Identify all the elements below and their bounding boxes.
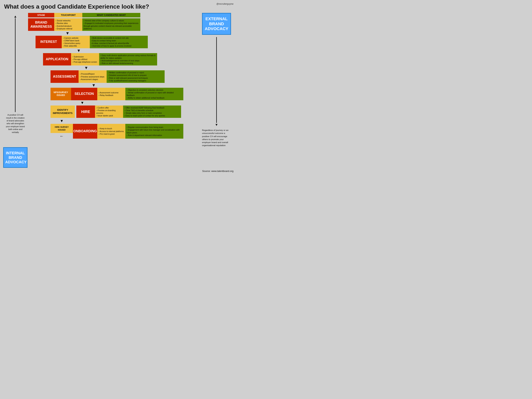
row-brand-awareness: BRANDAWARENESS Social networks Review si… bbox=[28, 18, 201, 31]
identify-improvements: IDENTIFY IMPROVEMENTS bbox=[51, 106, 75, 118]
stage-brand-awareness: BRANDAWARENESS bbox=[28, 18, 54, 31]
list-item: Acknowledgement & overview of next steps bbox=[101, 59, 156, 62]
row-identify-hire: IDENTIFY IMPROVEMENTS HIRE Confirm offer… bbox=[51, 106, 201, 118]
touchpoint-application: Submission Pre-app sift/test Post-app te… bbox=[71, 53, 99, 66]
list-item: Overview of how to apply & process invol… bbox=[91, 44, 146, 47]
touchpoint-onboarding: Keep-in-touch Access to internal platfor… bbox=[97, 124, 125, 139]
list-item: Role ad/profile bbox=[63, 44, 89, 47]
list-item: Written confirmation of proceed or rejec… bbox=[108, 71, 163, 74]
touchpoint-interest: Careers website CRM/Talent bank Voice/on… bbox=[62, 36, 90, 48]
arrow-up-icon: ▲ bbox=[14, 15, 17, 18]
left-column: ▲ A positive CX will result in the creat… bbox=[4, 13, 26, 168]
nps-survey-issued: NPS/SURVEYISSUED bbox=[51, 88, 71, 100]
list-item: Preview on-boarding process bbox=[96, 109, 122, 114]
list-item: Simple data entry form or task completio… bbox=[124, 112, 180, 114]
list-item: Easy to reach point of contact for any q… bbox=[124, 114, 180, 117]
list-item: Offer received ASAP following final feed… bbox=[124, 107, 180, 109]
internal-advocacy-box: INTERNAL BRAND ADVOCACY bbox=[3, 147, 27, 168]
table-header: STAGE TOUCHPOINT WHAT CANDIDATES WANT bbox=[28, 13, 201, 17]
list-item: Keep-in-touch bbox=[99, 127, 124, 130]
list-item: Engagement with future line manager and … bbox=[127, 128, 182, 134]
stage-onboarding: ONBOARDING bbox=[73, 124, 97, 139]
list-item: Role or skill relevant assessment techni… bbox=[108, 77, 163, 79]
list-item: Relay feedback bbox=[99, 94, 124, 96]
touchpoint-selection: Assessment outcome Relay feedback bbox=[97, 88, 125, 100]
stage-interest: INTEREST bbox=[36, 36, 62, 48]
list-item: A clear, concise & factual job advert/pr… bbox=[91, 42, 146, 44]
hire-survey-arrow-section: HIRE SURVEYISSUED ← bbox=[51, 124, 73, 139]
arrow-between-rows: ▼ bbox=[28, 66, 201, 70]
row-application: APPLICATION Submission Pre-app sift/test… bbox=[43, 53, 201, 66]
list-item: Verbal confirmation of proceed or reject… bbox=[127, 91, 182, 96]
row-assessment: ASSESSMENT Proceed/Reject Preview assess… bbox=[51, 70, 201, 83]
list-item: Preview assessment steps bbox=[80, 75, 105, 78]
want-onboarding: Regular communication from hiring team E… bbox=[125, 124, 183, 139]
right-text: Regardless of journey or an unsuccessful… bbox=[202, 129, 231, 147]
stage-assessment: ASSESSMENT bbox=[51, 70, 79, 83]
arrow-between-rows: ▼ bbox=[28, 49, 201, 52]
touchpoint-assessment: Proceed/Reject Preview assessment steps … bbox=[79, 70, 107, 83]
list-item: Voice/online query bbox=[63, 42, 89, 44]
header-stage: STAGE bbox=[28, 13, 54, 17]
right-column: EXTERNAL BRAND ADVOCACY ▼ Regardless of … bbox=[202, 13, 234, 147]
list-item: Clear T&Cs & benefits schedule bbox=[124, 109, 180, 112]
list-item: Proceed/Reject bbox=[80, 73, 105, 75]
want-application: Easy multi-device application process us… bbox=[99, 53, 157, 66]
hire-survey-issued: HIRE SURVEYISSUED bbox=[51, 124, 73, 133]
list-item: Access to internal platforms bbox=[99, 130, 124, 133]
arrow-between-rows: ▼ bbox=[28, 32, 201, 35]
want-hire: Offer received ASAP following final feed… bbox=[123, 106, 181, 118]
list-item: Easy multi-device application process us… bbox=[101, 54, 156, 59]
source-line: Source: www.talentboard.org bbox=[4, 170, 234, 172]
list-item: Submission bbox=[72, 55, 98, 58]
onboarding-section: ONBOARDING Keep-in-touch Access to inter… bbox=[73, 124, 183, 139]
list-item: Review sites bbox=[56, 22, 81, 25]
list-item: Issue starter pack bbox=[96, 114, 122, 117]
list-item: Fully qualified/trained assessing manage… bbox=[108, 79, 163, 82]
list-item: Events/Literature bbox=[56, 25, 81, 27]
list-item: Detailed assessment info & how to prepar… bbox=[108, 74, 163, 76]
list-item: Ability to obtain additional verbal feed… bbox=[127, 96, 182, 99]
list-item: Easy to contact hiring team bbox=[91, 39, 146, 42]
arrows-row: ▼ bbox=[51, 119, 201, 123]
touchpoint-hire: Confirm offer Preview on-boarding proces… bbox=[95, 106, 123, 118]
list-item: Role & department relevant information bbox=[127, 134, 182, 137]
right-vertical-arrow: ▼ bbox=[202, 37, 231, 127]
arrow-left-icon: ← bbox=[60, 133, 64, 139]
touchpoint-brand-awareness: Social networks Review sites Events/Lite… bbox=[54, 18, 82, 31]
list-item: Pre meet & greet bbox=[99, 133, 124, 135]
arrow-down-icon: ▼ bbox=[51, 119, 73, 123]
stage-hire: HIRE bbox=[76, 106, 95, 118]
list-item: Pre-app sift/test bbox=[72, 58, 98, 61]
want-assessment: Written confirmation of proceed or rejec… bbox=[107, 70, 165, 83]
twitter-handle: @recruiterguynw bbox=[216, 3, 234, 5]
list-item: Objective & consistent selection decisio… bbox=[127, 89, 182, 91]
list-item: Regular communication from hiring team bbox=[127, 126, 182, 128]
want-interest: Multi-device accessible & content rich s… bbox=[90, 36, 148, 48]
row-interest: INTEREST Careers website CRM/Talent bank… bbox=[36, 36, 201, 48]
arrow-between-rows: ▼ bbox=[28, 84, 201, 87]
list-item: Engaged & motivated employees promoting … bbox=[84, 22, 139, 30]
want-selection: Objective & consistent selection decisio… bbox=[125, 88, 183, 100]
stage-application: APPLICATION bbox=[43, 53, 71, 66]
list-item: Social networks bbox=[56, 19, 81, 22]
row-onboarding: HIRE SURVEYISSUED ← ONBOARDING Keep-in-t… bbox=[51, 124, 201, 139]
left-vertical-arrow: ▲ bbox=[14, 15, 17, 112]
stage-selection: SELECTION bbox=[71, 88, 97, 100]
header-want: WHAT CANDIDATES WANT bbox=[82, 13, 140, 17]
list-item: Confirm offer bbox=[96, 107, 122, 109]
row-selection: NPS/SURVEYISSUED SELECTION Assessment ou… bbox=[51, 88, 201, 100]
arrow-between-rows: ▼ bbox=[28, 101, 201, 105]
list-item: Assessment outcome bbox=[99, 91, 124, 94]
page-title: What does a good Candidate Experience lo… bbox=[4, 3, 234, 10]
header-touchpoint: TOUCHPOINT bbox=[54, 13, 82, 17]
list-item: Assessment stages bbox=[80, 78, 105, 81]
list-item: Employee referral bbox=[56, 27, 81, 30]
list-item: Post-app telephone screen bbox=[72, 61, 98, 63]
center-content: STAGE TOUCHPOINT WHAT CANDIDATES WANT BR… bbox=[28, 13, 201, 139]
list-item: CRM/Talent bank bbox=[63, 39, 89, 42]
list-item: Role or skill relevant tests/screening bbox=[101, 62, 156, 64]
left-text: A positive CX will result in the creatio… bbox=[5, 114, 26, 134]
list-item: Honest view of the company culture & val… bbox=[84, 19, 139, 22]
want-brand-awareness: Honest view of the company culture & val… bbox=[82, 18, 140, 31]
